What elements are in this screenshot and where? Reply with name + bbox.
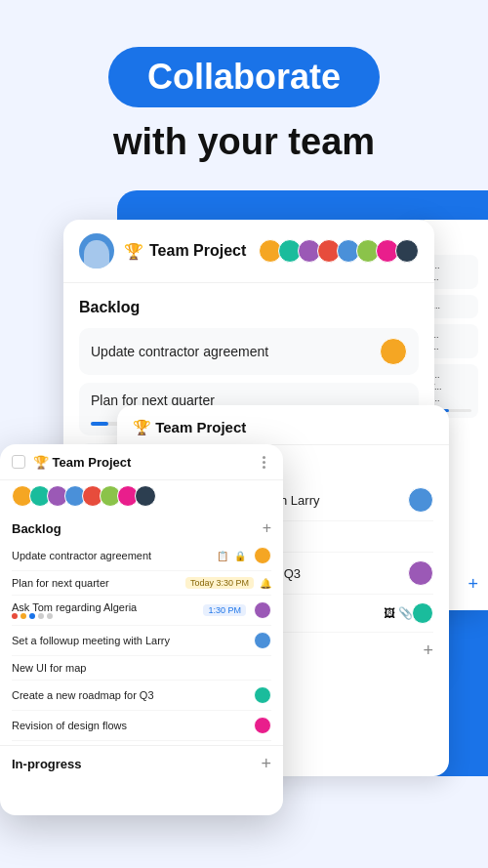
more-options-button[interactable] bbox=[256, 454, 271, 470]
in-progress-section: In-progress + bbox=[0, 745, 283, 778]
front-card-header: 🏆 Team Project bbox=[0, 444, 283, 480]
backlog-title: Backlog bbox=[79, 299, 419, 316]
design-flows-icons: 🖼 📎 bbox=[384, 602, 433, 624]
in-progress-plus: + bbox=[423, 641, 433, 661]
task-row: Create a new roadmap for Q3 bbox=[12, 681, 271, 711]
progress-fill bbox=[91, 422, 108, 426]
front-avatar-row bbox=[0, 480, 283, 512]
front-task-list: Update contractor agreement 📋 🔒 Plan for… bbox=[0, 541, 283, 741]
mid-card-title: 🏆 Team Project bbox=[133, 419, 433, 436]
avatar-group bbox=[259, 239, 419, 263]
task-item: Update contractor agreement bbox=[79, 328, 419, 375]
task-row: Ask Tom regarding Algeria 1:30 PM bbox=[12, 596, 271, 626]
ui-demo-container: 🏆 Team Project Backlog Update contractor… bbox=[0, 190, 488, 868]
right-panel-plus: + bbox=[468, 574, 478, 595]
front-backlog-section: Backlog + bbox=[0, 512, 283, 541]
task-row: New UI for map bbox=[12, 656, 271, 681]
mid-card-header: 🏆 Team Project bbox=[117, 405, 449, 445]
hero-section: Collaborate with your team bbox=[0, 0, 488, 164]
front-card-title: 🏆 Team Project bbox=[33, 455, 248, 470]
main-card-header: 🏆 Team Project bbox=[63, 220, 434, 283]
hero-subtitle: with your team bbox=[0, 121, 488, 164]
in-progress-plus-front[interactable]: + bbox=[261, 754, 271, 774]
task-row: Plan for next quarter Today 3:30 PM 🔔 bbox=[12, 571, 271, 596]
task-row: Revision of design flows bbox=[12, 711, 271, 741]
collaborate-badge: Collaborate bbox=[108, 47, 380, 107]
main-card-avatar bbox=[79, 233, 114, 269]
backlog-plus[interactable]: + bbox=[263, 519, 271, 537]
main-card-title: 🏆 Team Project bbox=[124, 242, 246, 261]
front-backlog-title: Backlog + bbox=[12, 519, 271, 537]
status-dots bbox=[12, 613, 197, 619]
task-row: Update contractor agreement 📋 🔒 bbox=[12, 541, 271, 571]
in-progress-label-front: In-progress bbox=[12, 757, 82, 771]
front-card: 🏆 Team Project Backlog + bbox=[0, 444, 283, 815]
checkbox bbox=[12, 455, 25, 469]
task-row: Set a followup meeting with Larry bbox=[12, 626, 271, 656]
